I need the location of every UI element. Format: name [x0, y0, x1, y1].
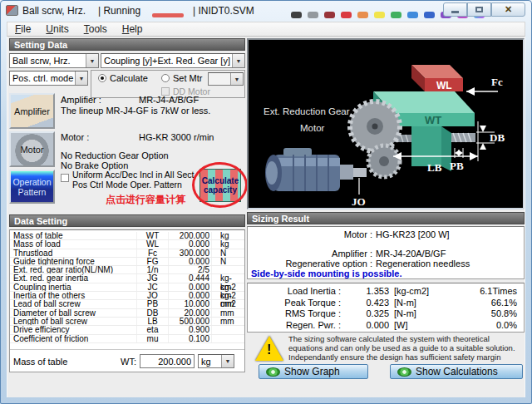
- uniform-accdec-label: Uniform Acc/Dec Incl in All Sect. of Pos…: [72, 170, 206, 190]
- window-title: Ball scrw, Hrz.: [22, 5, 86, 17]
- set-mtr-radio[interactable]: Set Mtr: [161, 73, 202, 83]
- motor-value: HG-KR 3000 r/min: [139, 132, 214, 142]
- result-amplifier: Amplifier : MR-J4-20A/B/GF: [248, 249, 524, 259]
- motor-diagram-label: Motor: [300, 123, 325, 133]
- result-row-rms-torque: RMS Torque :0.325[N-m]50.8%: [248, 308, 524, 320]
- control-mode-dropdown[interactable]: Pos. ctrl. mode ▼: [9, 71, 88, 86]
- fc-label: Fc: [491, 76, 503, 88]
- chevron-down-icon[interactable]: ▼: [75, 71, 87, 85]
- motor-button[interactable]: Motor: [9, 131, 55, 167]
- setting-panel: Setting Data Ball scrw, Hrz. ▼ Coupling …: [7, 37, 247, 397]
- wt-label: WT: [425, 114, 441, 126]
- amplifier-value: MR-J4-A/B/GF: [139, 95, 199, 105]
- motor-note-reduction: No Reduction Gear Option: [61, 150, 169, 160]
- parameter-editor: Mass of table WT: kg ▼: [10, 349, 244, 368]
- radio-icon: [161, 74, 170, 82]
- uniform-accdec-checkbox[interactable]: [61, 174, 69, 182]
- chevron-down-icon: ▼: [230, 73, 243, 85]
- machine-illustration: WT WL: [247, 38, 525, 209]
- sizing-result-header: Sizing Result: [247, 212, 525, 224]
- menu-file[interactable]: File: [7, 22, 38, 36]
- annotation-text: 点击进行容量计算: [106, 193, 185, 207]
- menu-tools[interactable]: Tools: [76, 22, 115, 36]
- radio-icon: [98, 74, 106, 82]
- amplifier-note: The lineup MR-J4-GF is 7kW or less.: [61, 106, 210, 116]
- result-row-regen-power: Regen. Pwr. :0.000[W]0.0%: [248, 320, 524, 332]
- window-controls: ✕: [443, 2, 525, 17]
- menu-help[interactable]: Help: [115, 22, 150, 36]
- result-panel: WT WL: [247, 37, 526, 397]
- titlebar: Ball scrw, Hrz. | Running | INIDT0.SVM ✕: [0, 0, 532, 22]
- sizing-result-summary: Motor : HG-KR23 [200 W] Amplifier : MR-J…: [247, 226, 525, 279]
- wl-label: WL: [436, 80, 452, 91]
- coupling-dropdown[interactable]: Coupling [y]+Ext. Red. Gear [y] ▼: [101, 53, 245, 68]
- chevron-down-icon[interactable]: ▼: [232, 54, 244, 67]
- mounting-note: Side-by-side mounting is possible.: [248, 269, 524, 278]
- window-filename: | INIDT0.SVM: [193, 5, 254, 17]
- chevron-down-icon[interactable]: ▼: [221, 355, 234, 367]
- show-graph-button[interactable]: Show Graph: [259, 364, 368, 379]
- app-window: Ball scrw, Hrz. | Running | INIDT0.SVM ✕…: [0, 0, 532, 404]
- pb-label: PB: [450, 160, 464, 172]
- calculate-radio[interactable]: Calculate: [98, 73, 148, 83]
- result-row-load-inertia: Load Inertia :1.353[kg-cm2]6.1Times: [248, 286, 524, 298]
- eye-icon: [397, 367, 411, 377]
- warning-text: The sizing software calculated the syste…: [288, 334, 523, 362]
- amplifier-label: Amplifier :: [61, 95, 101, 105]
- operation-pattern-button[interactable]: Operation Pattern: [9, 170, 55, 204]
- motor-label: Motor :: [61, 132, 89, 142]
- menubar: File Units Tools Help: [7, 22, 525, 37]
- jo-label: JO: [352, 195, 366, 208]
- table-row[interactable]: Coefficient of frictionmu0.100: [10, 335, 244, 343]
- setting-data-header: Setting Data: [9, 38, 245, 51]
- show-calculations-button[interactable]: Show Calculations: [390, 364, 523, 379]
- mechanism-dropdown[interactable]: Ball scrw, Hrz. ▼: [9, 53, 99, 68]
- app-icon: [6, 5, 18, 16]
- minimize-button[interactable]: [443, 2, 467, 17]
- warning-icon: !: [255, 336, 283, 361]
- calc-mode-groupbox: Calculate Set Mtr ▼ DD Motor: [91, 70, 245, 98]
- chevron-down-icon[interactable]: ▼: [86, 54, 98, 67]
- menu-units[interactable]: Units: [38, 22, 76, 36]
- lb-label: LB: [427, 161, 442, 174]
- maximize-button[interactable]: [467, 2, 491, 17]
- desktop-decoration-bar: [152, 13, 184, 17]
- maximize-icon: [475, 7, 483, 12]
- close-icon: ✕: [505, 4, 512, 15]
- result-regen-option: Regenerative option : Regeneration needl…: [248, 259, 524, 269]
- minimize-icon: [451, 11, 459, 13]
- unit-dropdown[interactable]: kg ▼: [198, 354, 234, 368]
- close-button[interactable]: ✕: [491, 2, 525, 17]
- machine-diagram-svg: WT WL: [249, 40, 523, 208]
- ext-reduction-gear-label: Ext. Reduction Gear: [264, 106, 350, 116]
- data-setting-header: Data Setting: [9, 214, 245, 227]
- mass-of-table-input[interactable]: [140, 354, 195, 368]
- editor-label: Mass of table: [13, 357, 111, 367]
- data-setting-table: Mass of tableWT200.000kg Mass of loadWL0…: [9, 229, 245, 372]
- result-row-peak-torque: Peak Torque :0.423[N-m]66.1%: [248, 298, 524, 309]
- window-status: | Running: [98, 5, 140, 17]
- eye-icon: [266, 367, 280, 377]
- motor-select-dropdown[interactable]: ▼: [208, 72, 244, 86]
- sizing-result-values: Load Inertia :1.353[kg-cm2]6.1Times Peak…: [247, 283, 525, 333]
- result-motor: Motor : HG-KR23 [200 W]: [248, 229, 524, 239]
- editor-symbol: WT:: [115, 357, 136, 367]
- calculate-capacity-highlight: [192, 162, 248, 208]
- db-label: DB: [490, 131, 505, 144]
- client-area: Setting Data Ball scrw, Hrz. ▼ Coupling …: [7, 37, 525, 397]
- amplifier-button[interactable]: Amplifier: [9, 93, 55, 129]
